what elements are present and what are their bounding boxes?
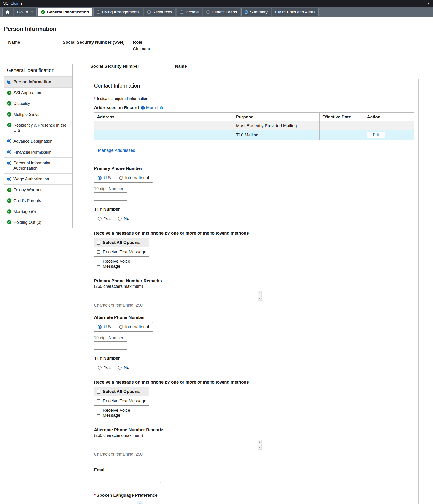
home-button[interactable] bbox=[2, 8, 13, 16]
alternate-methods-label: Receive a message on this phone by one o… bbox=[94, 380, 414, 385]
sidebar-item-label: Child's Parents bbox=[13, 198, 41, 203]
main-nav: Go To ▼ ✓ General Identification Living … bbox=[0, 7, 433, 17]
primary-phone-type-group: U.S. International bbox=[94, 173, 153, 183]
sidebar-item-felony-warrant[interactable]: ✓ Felony Warrant bbox=[4, 184, 72, 195]
manage-addresses-button[interactable]: Manage Addresses bbox=[94, 146, 139, 155]
section-sidebar: General Identification Person Informatio… bbox=[4, 64, 73, 228]
alternate-remarks-hint: (250 characters maximum) bbox=[94, 433, 414, 438]
radio-international-option[interactable]: International bbox=[116, 173, 153, 182]
sidebar-item-holding-out[interactable]: ✓ Holding Out (0) bbox=[4, 217, 72, 228]
cell-effective-date bbox=[319, 130, 364, 140]
col-header-address: Address bbox=[94, 113, 233, 121]
person-ssn-header: Social Security Number (SSN) bbox=[63, 40, 133, 45]
primary-digit-label: 10-digit Number bbox=[94, 187, 414, 191]
receive-voice-message-checkbox[interactable]: Receive Voice Message bbox=[94, 256, 149, 271]
table-row: Most Recently Provided Mailing bbox=[94, 121, 414, 130]
email-field[interactable] bbox=[94, 475, 161, 483]
addresses-section: *Indicates required information Addresse… bbox=[89, 92, 418, 162]
alternate-remarks-label: Alternate Phone Number Remarks bbox=[94, 427, 414, 432]
tab-label: Resources bbox=[153, 10, 172, 15]
radio-us-option[interactable]: U.S. bbox=[94, 322, 116, 332]
sidebar-item-multiple-ssns[interactable]: ✓ Multiple SSNs bbox=[4, 109, 72, 120]
checkbox-icon bbox=[97, 241, 101, 244]
col-header-action: Action bbox=[364, 113, 414, 121]
radio-international-option[interactable]: International bbox=[116, 322, 153, 332]
sidebar-item-personal-information-authorization[interactable]: Personal Information Authorization bbox=[4, 157, 72, 173]
incomplete-circle-icon bbox=[147, 10, 151, 14]
primary-remarks-hint: (250 characters maximum) bbox=[94, 284, 414, 289]
sidebar-item-advance-designation[interactable]: Advance Designation bbox=[4, 136, 72, 147]
select-all-options-checkbox[interactable]: Select All Options bbox=[94, 387, 149, 396]
check-circle-icon: ✓ bbox=[7, 188, 11, 192]
check-circle-icon: ✓ bbox=[41, 10, 45, 14]
receive-voice-message-checkbox[interactable]: Receive Voice Message bbox=[94, 405, 149, 420]
cell-purpose: T16 Mailing bbox=[233, 130, 319, 140]
addresses-table: Address Purpose Effective Date Action Mo… bbox=[94, 112, 414, 140]
goto-label: Go To bbox=[17, 10, 28, 15]
alternate-remarks-textarea[interactable] bbox=[94, 440, 262, 449]
primary-tty-label: TTY Number bbox=[94, 207, 414, 212]
cell-purpose: Most Recently Provided Mailing bbox=[233, 121, 319, 130]
tab-claim-edits-alerts[interactable]: Claim Edits and Alerts bbox=[272, 8, 319, 16]
primary-phone-label: Primary Phone Number bbox=[94, 166, 414, 171]
sidebar-item-ssi-application[interactable]: ✓ SSI Application bbox=[4, 87, 72, 98]
app-title: SSI Claims bbox=[3, 1, 22, 6]
person-role-header: Role bbox=[133, 40, 150, 45]
radio-no-option[interactable]: No bbox=[114, 214, 133, 223]
select-all-options-checkbox[interactable]: Select All Options bbox=[94, 238, 149, 247]
sidebar-item-label: Personal Information Authorization bbox=[13, 161, 70, 171]
person-name-header: Name bbox=[8, 40, 63, 45]
tab-living-arrangements[interactable]: Living Arrangements bbox=[93, 8, 143, 16]
tab-label: Income bbox=[185, 10, 199, 15]
alternate-phone-input[interactable] bbox=[94, 342, 127, 350]
claimant-header: Social Security Number Name bbox=[89, 64, 419, 69]
radio-no-option[interactable]: No bbox=[114, 363, 133, 372]
checkbox-icon bbox=[97, 262, 101, 266]
incomplete-circle-icon bbox=[180, 10, 184, 14]
collapse-caret-icon[interactable]: ▼ bbox=[427, 2, 430, 5]
receive-text-message-checkbox[interactable]: Receive Text Message bbox=[94, 247, 149, 256]
required-asterisk: * bbox=[94, 493, 96, 498]
sidebar-item-label: Multiple SSNs bbox=[13, 112, 39, 117]
radio-yes-option[interactable]: Yes bbox=[94, 214, 114, 223]
check-circle-icon: ✓ bbox=[7, 220, 11, 225]
goto-dropdown[interactable]: Go To ▼ bbox=[14, 8, 37, 16]
spoken-language-select[interactable]: ▼ bbox=[94, 500, 143, 504]
radio-icon bbox=[118, 366, 122, 369]
tab-resources[interactable]: Resources bbox=[144, 8, 175, 16]
sidebar-item-label: Wage Authorization bbox=[13, 176, 49, 182]
alternate-chars-remaining: Characters remaining: 250 bbox=[94, 452, 414, 457]
incomplete-circle-icon bbox=[206, 10, 210, 14]
selected-value bbox=[94, 500, 137, 504]
sidebar-item-wage-authorization[interactable]: Wage Authorization bbox=[4, 173, 72, 184]
tab-summary[interactable]: Summary bbox=[241, 8, 271, 16]
cell-address bbox=[94, 130, 233, 140]
more-info-link[interactable]: ? More Info bbox=[141, 105, 164, 110]
primary-remarks-textarea[interactable] bbox=[94, 290, 262, 300]
check-circle-icon: ✓ bbox=[7, 209, 11, 214]
tab-general-identification[interactable]: ✓ General Identification bbox=[38, 8, 92, 16]
tab-benefit-leads[interactable]: Benefit Leads bbox=[203, 8, 240, 16]
sidebar-item-childs-parents[interactable]: ✓ Child's Parents bbox=[4, 195, 72, 206]
sidebar-item-residency-presence[interactable]: ✓ Residency & Presence in the U.S. bbox=[4, 120, 72, 136]
tab-label: Summary bbox=[250, 10, 268, 15]
cell-action bbox=[364, 121, 414, 130]
receive-text-message-checkbox[interactable]: Receive Text Message bbox=[94, 396, 149, 405]
info-icon: ? bbox=[141, 106, 145, 110]
incomplete-circle-icon bbox=[97, 10, 100, 14]
tab-income[interactable]: Income bbox=[177, 8, 202, 16]
radio-yes-option[interactable]: Yes bbox=[94, 363, 114, 372]
primary-phone-input[interactable] bbox=[94, 192, 127, 201]
primary-remarks-label: Primary Phone Number Remarks bbox=[94, 279, 414, 283]
radio-icon bbox=[98, 366, 101, 369]
primary-chars-remaining: Characters remaining: 250 bbox=[94, 303, 414, 308]
tab-label: Benefit Leads bbox=[212, 10, 237, 15]
sidebar-item-disability[interactable]: ✓ Disability bbox=[4, 98, 72, 109]
radio-us-option[interactable]: U.S. bbox=[94, 173, 116, 182]
sidebar-item-person-information[interactable]: Person Information bbox=[4, 76, 72, 87]
sidebar-item-marriage[interactable]: ✓ Marriage (0) bbox=[4, 206, 72, 217]
edit-address-button[interactable]: Edit bbox=[367, 132, 386, 138]
sidebar-item-financial-permission[interactable]: Financial Permission bbox=[4, 147, 72, 158]
ssn-header-label: Social Security Number bbox=[90, 64, 175, 69]
home-icon bbox=[5, 10, 10, 14]
